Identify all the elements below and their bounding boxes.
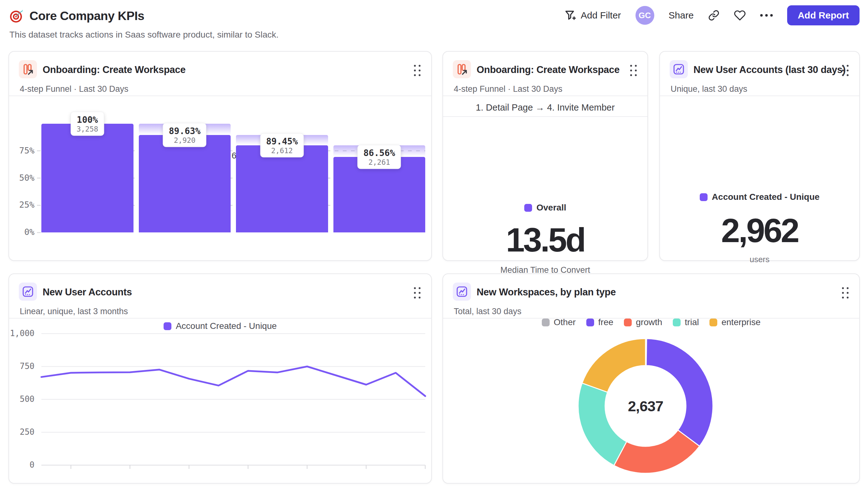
y-axis-label: 750 (6, 361, 34, 371)
axis-tick (37, 150, 41, 151)
divider (443, 96, 647, 96)
legend-label: Account Created - Unique (176, 321, 277, 331)
share-label: Share (669, 10, 694, 21)
legend-label: free (598, 317, 613, 327)
axis-tick (37, 177, 41, 178)
copy-link-button[interactable] (708, 10, 719, 21)
step-count: 2,261 (364, 158, 395, 166)
step-count: 3,258 (76, 125, 98, 133)
insights-report-icon (453, 283, 471, 301)
card-new-workspaces-donut: New Workspaces, by plan type Total, last… (442, 273, 860, 484)
page-title: Core Company KPIs (29, 9, 144, 23)
funnel-report-icon (453, 60, 471, 78)
legend-item-trial[interactable]: trial (673, 317, 699, 327)
y-axis-label: 0% (6, 227, 34, 237)
funnel-step-range: 1. Detail Page → 4. Invite Member (443, 102, 647, 113)
card-title: New User Accounts (42, 287, 132, 298)
funnel-report-icon (19, 60, 37, 78)
axis-tick (37, 205, 41, 206)
step-count: 2,612 (266, 146, 298, 155)
step-conversion-pct: 89.63% (169, 126, 200, 136)
insights-report-icon (670, 60, 688, 78)
legend-item-free[interactable]: free (586, 317, 613, 327)
funnel-bar-3[interactable] (236, 145, 328, 232)
funnel-tooltip-1: 100%3,258 (70, 112, 104, 136)
users30-legend: Account Created - Unique (660, 192, 859, 202)
y-axis-label: 50% (6, 173, 34, 183)
card-subtitle: 4-step Funnel · Last 30 Days (454, 84, 562, 94)
drag-handle-icon[interactable] (842, 287, 848, 298)
card-subtitle: Unique, last 30 days (671, 84, 747, 94)
axis-tick (37, 232, 41, 233)
avatar[interactable]: GC (636, 6, 654, 25)
legend-label: Overall (536, 203, 566, 213)
legend-label: Other (554, 317, 576, 327)
target-icon (9, 9, 24, 23)
legend-chip (542, 319, 550, 326)
card-title: New User Accounts (last 30 days) (693, 64, 845, 75)
unique-users-value: 2,962 (660, 211, 859, 250)
card-title: Onboarding: Create Workspace (476, 64, 620, 75)
drag-handle-icon[interactable] (414, 65, 421, 76)
favorite-button[interactable] (734, 9, 746, 21)
legend-label: trial (685, 317, 699, 327)
y-axis-label: 75% (6, 145, 34, 155)
more-options-button[interactable] (760, 14, 773, 17)
page-header: Core Company KPIs (9, 9, 144, 23)
step-conversion-pct: 100% (76, 115, 98, 125)
page-subtitle: This dataset tracks actions in Saas soft… (9, 30, 279, 40)
y-axis-label: 1,000 (6, 329, 34, 338)
legend-item-enterprise[interactable]: enterprise (709, 317, 761, 327)
divider (660, 96, 859, 96)
y-axis-label: 0 (6, 460, 34, 469)
legend-item-growth[interactable]: growth (624, 317, 662, 327)
donut-legend: Otherfreegrowthtrialenterprise (443, 317, 859, 327)
card-new-user-accounts-line: New User Accounts Linear, unique, last 3… (8, 273, 432, 484)
y-axis-label: 500 (6, 394, 34, 404)
median-time-value: 13.5d (443, 220, 647, 259)
y-axis-label: 250 (6, 427, 34, 436)
card-funnel: Onboarding: Create Workspace 4-step Funn… (8, 51, 432, 261)
unique-users-caption: users (660, 255, 859, 264)
funnel-tooltip-3: 89.45%2,612 (260, 133, 304, 157)
donut-chart: 2,637 (578, 338, 713, 474)
divider (443, 116, 647, 117)
heart-icon (734, 9, 746, 21)
funnel-tooltip-4: 86.56%2,261 (358, 145, 401, 169)
step-conversion-pct: 89.45% (266, 136, 298, 146)
legend-chip (524, 204, 532, 212)
legend-chip (709, 319, 717, 326)
toolbar: Add Filter GC Share Add Report (564, 4, 860, 27)
donut-total: 2,637 (578, 338, 713, 474)
legend-label: Account Created - Unique (712, 192, 820, 202)
add-filter-button[interactable]: Add Filter (564, 9, 621, 21)
link-icon (708, 10, 719, 21)
legend-chip (163, 322, 172, 330)
legend-item-other[interactable]: Other (542, 317, 576, 327)
legend-chip (624, 319, 632, 326)
drag-handle-icon[interactable] (842, 65, 848, 76)
card-title: Onboarding: Create Workspace (42, 64, 186, 75)
ttc-legend: Overall (443, 203, 647, 213)
divider (9, 318, 431, 319)
line-series[interactable] (41, 366, 425, 396)
insights-report-icon (19, 283, 37, 301)
line-chart-svg (41, 333, 425, 469)
card-subtitle: Total, last 30 days (454, 307, 521, 316)
drag-handle-icon[interactable] (630, 65, 637, 76)
card-title: New Workspaces, by plan type (476, 287, 616, 298)
line-legend: Account Created - Unique (9, 321, 431, 331)
funnel-tooltip-2: 89.63%2,920 (163, 123, 207, 147)
funnel-bar-1[interactable] (41, 124, 133, 232)
add-report-button[interactable]: Add Report (787, 5, 860, 25)
step-count: 2,920 (169, 136, 200, 144)
share-button[interactable]: Share (669, 10, 694, 21)
divider (9, 96, 431, 96)
card-new-user-accounts-30d: New User Accounts (last 30 days) Unique,… (659, 51, 860, 261)
line-chart: 1,0007505002500Apr 20May 4May 18Jun 1Jun… (41, 333, 425, 465)
drag-handle-icon[interactable] (414, 287, 421, 298)
step-conversion-pct: 86.56% (364, 148, 395, 158)
card-subtitle: Linear, unique, last 3 months (20, 307, 128, 316)
legend-label: enterprise (721, 317, 761, 327)
funnel-bar-2[interactable] (139, 135, 231, 232)
